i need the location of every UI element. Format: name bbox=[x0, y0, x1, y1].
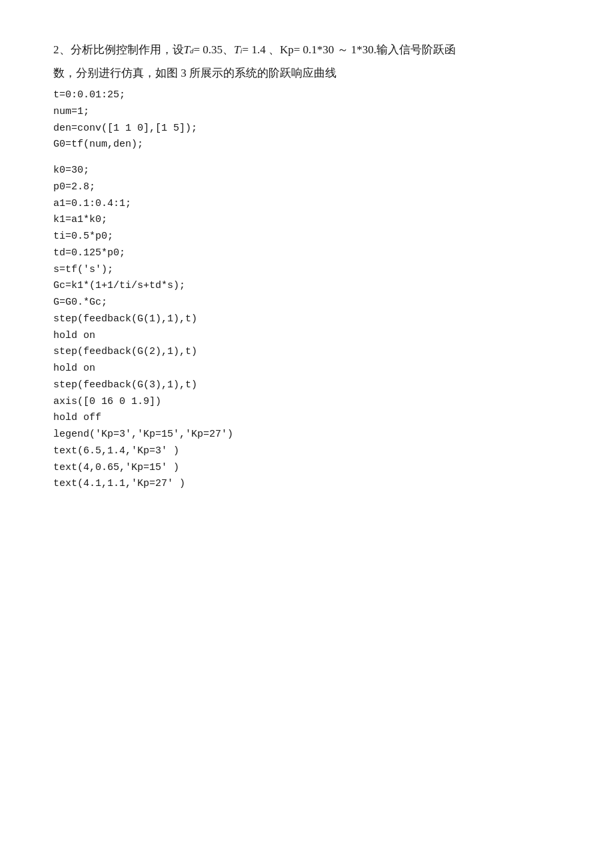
heading-suffix: 输入信号阶跃函 bbox=[376, 40, 456, 61]
page-content: 2、分析比例控制作用，设 T d = 0.35、 T i = 1.4 、Kp= … bbox=[53, 40, 560, 493]
code-section-1: t=0:0.01:25; num=1; den=conv([1 1 0],[1 … bbox=[53, 87, 560, 153]
heading-var-td: T bbox=[184, 40, 190, 61]
code-section-2: k0=30; p0=2.8; a1=0.1:0.4:1; k1=a1*k0; t… bbox=[53, 163, 560, 493]
code-block-2: k0=30; p0=2.8; a1=0.1:0.4:1; k1=a1*k0; t… bbox=[53, 163, 560, 493]
heading-var-ti: T bbox=[234, 40, 240, 61]
code-block-1: t=0:0.01:25; num=1; den=conv([1 1 0],[1 … bbox=[53, 87, 560, 153]
heading-eq-td: = 0.35、 bbox=[193, 40, 234, 61]
heading-prefix: 2、分析比例控制作用，设 bbox=[53, 40, 184, 61]
description-line: 数，分别进行仿真，如图 3 所展示的系统的阶跃响应曲线 bbox=[53, 63, 560, 84]
heading-line: 2、分析比例控制作用，设 T d = 0.35、 T i = 1.4 、Kp= … bbox=[53, 40, 560, 61]
heading-eq-ti: = 1.4 、Kp= 0.1*30 ～ 1*30. bbox=[243, 40, 376, 61]
